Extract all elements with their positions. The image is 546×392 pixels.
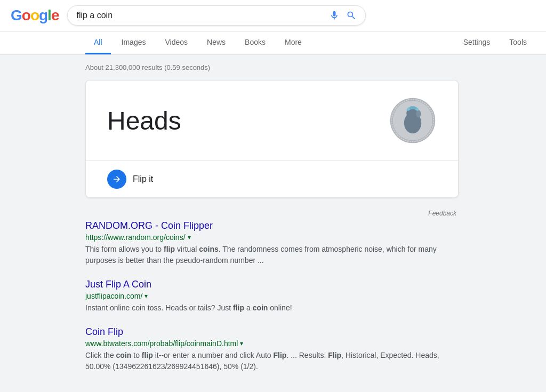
header: Google: [0, 0, 546, 31]
tab-news[interactable]: News: [198, 31, 234, 54]
flip-button[interactable]: [107, 170, 126, 189]
tab-more[interactable]: More: [276, 31, 310, 54]
widget-main: Heads: [86, 81, 458, 161]
flip-label: Flip it: [133, 174, 153, 184]
result-item-2: Just Flip A Coin justflipacoin.com/ ▾ In…: [85, 279, 459, 314]
result-title-3[interactable]: Coin Flip: [85, 326, 459, 338]
tab-images[interactable]: Images: [113, 31, 155, 54]
tab-videos[interactable]: Videos: [156, 31, 196, 54]
coin-flip-widget: Heads: [85, 80, 459, 198]
widget-action: Flip it: [86, 161, 458, 197]
result-title-1[interactable]: RANDOM.ORG - Coin Flipper: [85, 220, 459, 231]
result-dropdown-1[interactable]: ▾: [188, 234, 191, 241]
search-input[interactable]: [76, 11, 329, 20]
results-count: About 21,300,000 results (0.59 seconds): [85, 63, 535, 71]
result-url-2: justflipacoin.com/: [85, 292, 142, 300]
search-icon[interactable]: [346, 10, 357, 21]
tab-books[interactable]: Books: [236, 31, 274, 54]
result-url-3: www.btwaters.com/probab/flip/coinmainD.h…: [85, 339, 238, 348]
coin-result: Heads: [107, 106, 181, 135]
result-url-row-3: www.btwaters.com/probab/flip/coinmainD.h…: [85, 339, 459, 348]
search-icons: [329, 10, 357, 21]
result-url-row-1: https://www.random.org/coins/ ▾: [85, 233, 459, 242]
tab-all[interactable]: All: [85, 31, 111, 54]
result-url-1: https://www.random.org/coins/: [85, 233, 186, 242]
feedback-row: Feedback: [85, 209, 459, 220]
google-logo[interactable]: Google: [11, 7, 59, 24]
main-content: About 21,300,000 results (0.59 seconds) …: [0, 55, 546, 392]
result-snippet-3: Click the coin to flip it--or enter a nu…: [85, 350, 459, 372]
feedback-link[interactable]: Feedback: [428, 210, 456, 217]
tab-tools[interactable]: Tools: [501, 31, 535, 54]
result-snippet-2: Instant online coin toss. Heads or tails…: [85, 302, 459, 314]
result-url-row-2: justflipacoin.com/ ▾: [85, 292, 459, 300]
result-item-3: Coin Flip www.btwaters.com/probab/flip/c…: [85, 326, 459, 372]
coin-image: [389, 97, 437, 145]
search-bar: [67, 5, 366, 26]
result-dropdown-3[interactable]: ▾: [240, 340, 243, 347]
tab-settings[interactable]: Settings: [455, 31, 499, 54]
result-snippet-1: This form allows you to flip virtual coi…: [85, 244, 459, 266]
result-dropdown-2[interactable]: ▾: [144, 292, 148, 300]
nav-tabs: All Images Videos News Books More Settin…: [0, 31, 546, 55]
result-title-2[interactable]: Just Flip A Coin: [85, 279, 459, 290]
microphone-icon[interactable]: [329, 10, 340, 21]
result-item-1: RANDOM.ORG - Coin Flipper https://www.ra…: [85, 220, 459, 266]
svg-point-6: [416, 110, 421, 117]
svg-rect-5: [410, 118, 416, 124]
